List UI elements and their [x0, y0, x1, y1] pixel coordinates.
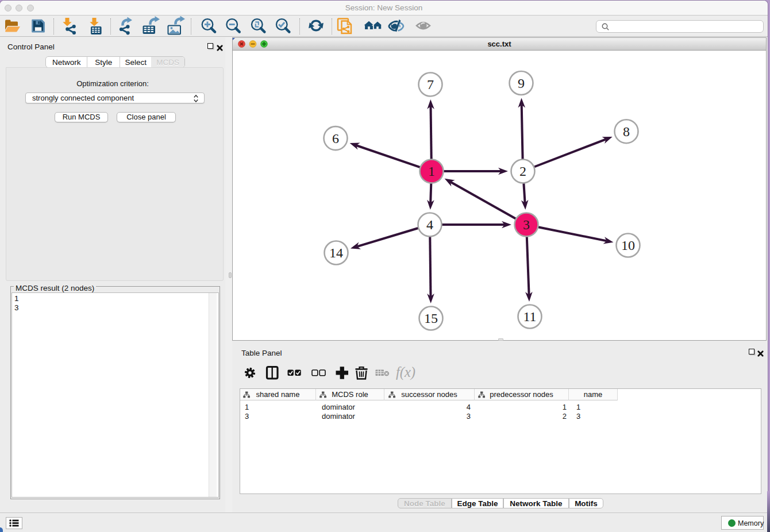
- svg-text:14: 14: [329, 245, 343, 260]
- svg-text:f(x): f(x): [396, 364, 415, 380]
- svg-text:6: 6: [332, 131, 339, 146]
- svg-text:8: 8: [623, 124, 630, 139]
- svg-text:3: 3: [523, 217, 530, 232]
- svg-text:15: 15: [424, 311, 438, 326]
- svg-text:2: 2: [519, 164, 526, 179]
- svg-text:9: 9: [518, 76, 525, 91]
- svg-text:10: 10: [621, 238, 635, 253]
- svg-text:7: 7: [427, 77, 434, 92]
- svg-text:1: 1: [428, 164, 435, 179]
- svg-text:4: 4: [426, 217, 433, 232]
- svg-text:11: 11: [523, 309, 536, 324]
